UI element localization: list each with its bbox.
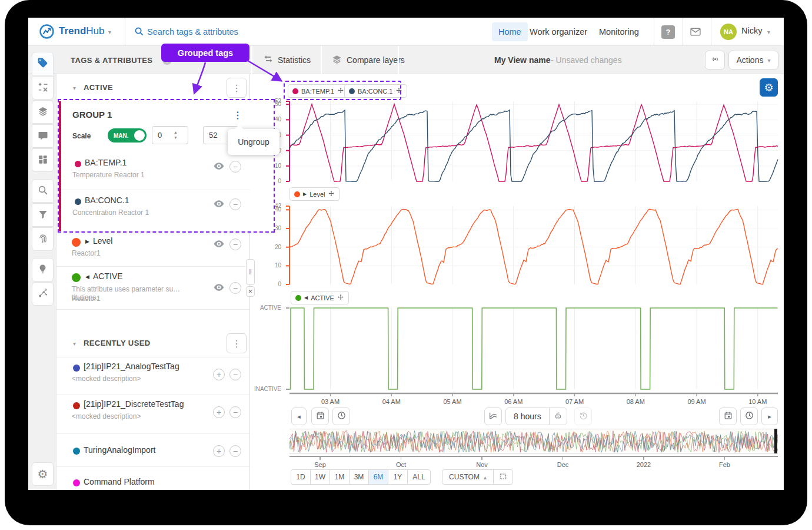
visibility-eye-icon[interactable] [213, 281, 225, 295]
pan-left-button[interactable]: ◂ [291, 408, 307, 425]
remove-tag-icon[interactable]: − [229, 445, 241, 457]
brand-chevron-down-icon[interactable]: ▾ [108, 29, 111, 35]
tag-name[interactable]: TuringAnalogImport [84, 445, 155, 455]
minimap-current-marker[interactable] [774, 429, 777, 453]
chevron-up-icon: ▴ [484, 474, 487, 481]
remove-tag-icon[interactable]: − [229, 238, 241, 250]
history-back-button[interactable] [574, 408, 592, 425]
zoom-all-button[interactable]: ALL [407, 469, 431, 485]
tag-description-2: Reactor1 [72, 294, 101, 303]
zoom-1m-button[interactable]: 1M [330, 469, 350, 485]
ungroup-menu-item[interactable]: Ungroup [238, 137, 269, 147]
tag-name[interactable]: [21ip]IP21_AnalogTestTag [84, 362, 179, 371]
start-date-button[interactable] [311, 408, 329, 425]
live-icon [710, 54, 720, 66]
rail-dashboard-button[interactable] [32, 148, 54, 172]
lock-duration-icon[interactable] [550, 412, 567, 421]
zoom-1w-button[interactable]: 1W [310, 469, 330, 485]
panel-resize-handle[interactable]: ‖ [246, 259, 255, 285]
legend-chip-level[interactable]: ▶ Level [289, 187, 340, 201]
rail-fingerprint-button[interactable] [32, 227, 54, 251]
zoom-3m-button[interactable]: 3M [349, 469, 369, 485]
start-time-button[interactable] [332, 408, 350, 425]
zoom-label: 1Y [394, 473, 402, 481]
gear-icon: ⚙ [764, 81, 773, 94]
nav-item-monitoring[interactable]: Monitoring [599, 22, 639, 41]
compare-layers-icon [332, 54, 342, 66]
rail-recommendations-button[interactable] [32, 258, 54, 281]
attribute-marker-left-icon: ◀ [85, 274, 89, 280]
divider [683, 18, 683, 46]
line-chart[interactable] [285, 206, 778, 288]
tab-statistics-label: Statistics [278, 55, 311, 65]
visibility-eye-icon[interactable] [213, 238, 225, 251]
overview-strip[interactable] [289, 429, 778, 453]
brand-name[interactable]: TrendHub [59, 25, 104, 37]
zoom-range-group: 1D 1W 1M 3M 6M 1Y ALL [291, 469, 431, 485]
nav-item-home[interactable]: Home [492, 22, 528, 41]
rail-search-button[interactable] [32, 179, 54, 203]
zoom-1y-button[interactable]: 1Y [388, 469, 408, 485]
legend-chip-active[interactable]: ◀ ACTIVE [291, 291, 349, 304]
remove-tag-icon[interactable]: − [229, 406, 241, 418]
add-tag-icon[interactable]: + [213, 406, 225, 418]
help-icon[interactable]: ? [661, 25, 675, 39]
move-icon[interactable] [337, 294, 344, 302]
x-axis-tick-label: 08 AM [621, 398, 650, 405]
mail-icon[interactable] [690, 26, 701, 39]
panel-collapse-button[interactable]: ✕ [246, 286, 255, 297]
tag-name[interactable]: [21ip]IP21_DiscreteTestTag [84, 399, 184, 409]
chart-settings-button[interactable]: ⚙ [760, 78, 778, 97]
add-tag-icon[interactable]: + [213, 445, 225, 457]
rail-comments-button[interactable] [32, 124, 54, 148]
actions-button[interactable]: Actions▾ [728, 51, 778, 69]
x-axis-tick-label: 10 AM [743, 398, 773, 405]
nav-item-work-organizer[interactable]: Work organizer [530, 22, 587, 41]
recent-section-header: RECENTLY USED [84, 339, 151, 347]
tag-name[interactable]: ACTIVE [93, 271, 123, 281]
remove-tag-icon[interactable]: − [229, 282, 241, 294]
attribute-marker-right-icon: ▶ [303, 191, 307, 197]
user-chevron-down-icon[interactable]: ▾ [767, 29, 770, 35]
rail-calculations-button[interactable] [32, 76, 54, 100]
rail-settings-button[interactable]: ⚙ [32, 462, 54, 486]
end-time-button[interactable] [740, 408, 758, 425]
zoom-6m-button-active[interactable]: 6M [368, 469, 388, 485]
remove-tag-icon[interactable]: − [229, 369, 241, 380]
recent-section-chevron-icon[interactable]: ▾ [73, 340, 76, 347]
move-icon[interactable] [328, 190, 335, 198]
add-tag-icon[interactable]: + [213, 369, 225, 380]
custom-range-button[interactable]: CUSTOM▴ [442, 469, 494, 485]
icon-rail: ⚙ [28, 74, 56, 490]
tab-statistics[interactable]: Statistics [264, 46, 311, 74]
zoom-label: ALL [412, 473, 425, 481]
compare-trends-button[interactable] [484, 408, 502, 425]
search-input[interactable] [147, 25, 371, 39]
line-chart[interactable] [285, 101, 778, 185]
x-axis-tick-label: 04 AM [377, 398, 406, 405]
active-section-chevron-icon[interactable]: ▾ [73, 85, 76, 91]
custom-selection-button[interactable] [493, 469, 513, 485]
end-date-button[interactable] [719, 408, 737, 425]
tag-name[interactable]: Level [93, 236, 112, 246]
pan-right-button[interactable]: ▸ [761, 408, 778, 425]
live-mode-button[interactable] [705, 51, 725, 69]
rail-filter-button[interactable] [32, 203, 54, 227]
brand-bold: Trend [59, 25, 86, 37]
active-section-menu-button[interactable]: ⋮ [227, 78, 247, 98]
tab-compare-layers[interactable]: Compare layers [332, 46, 405, 74]
step-chart[interactable] [285, 304, 778, 398]
grouped-tags-tooltip: Grouped tags [161, 44, 249, 62]
duration-label[interactable]: 8 hours [506, 412, 549, 421]
recent-section-menu-button[interactable]: ⋮ [227, 333, 247, 353]
zoom-1d-button[interactable]: 1D [291, 469, 311, 485]
user-name[interactable]: Nicky [741, 26, 762, 35]
magnifier-icon [38, 185, 48, 197]
avatar[interactable]: NA [720, 24, 737, 40]
rail-tags-button[interactable] [32, 52, 54, 75]
rail-context-button[interactable] [32, 282, 54, 306]
rail-layers-button[interactable] [32, 100, 54, 124]
gear-icon: ⚙ [38, 467, 48, 481]
tag-name[interactable]: Command Platform [84, 477, 155, 486]
formula-icon [38, 82, 48, 94]
